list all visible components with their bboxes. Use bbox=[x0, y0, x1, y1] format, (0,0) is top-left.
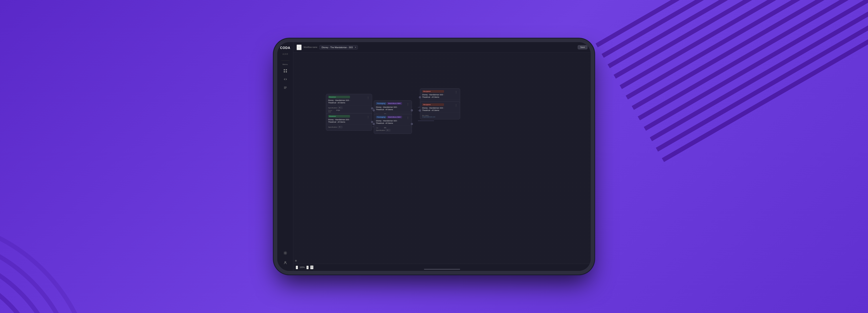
essence2-connector-right[interactable] bbox=[371, 121, 373, 123]
pkg1-connector-right[interactable] bbox=[411, 109, 413, 111]
essence2-spec-btn[interactable]: ▾ bbox=[338, 126, 343, 128]
app-logo: CODA bbox=[280, 46, 290, 50]
essence-node-2: Essence Disney - Mandalorian S03 - Theat… bbox=[326, 113, 372, 131]
essence2-body: Specification ▾ bbox=[326, 125, 372, 131]
svg-rect-0 bbox=[284, 69, 285, 70]
essence1-spec-label: Specification bbox=[328, 107, 337, 109]
sidebar-icon-workflow[interactable] bbox=[282, 76, 289, 83]
rec2-email: recipient@mock.com bbox=[422, 116, 458, 117]
svg-rect-10 bbox=[312, 266, 313, 267]
pkg2-menu-btn[interactable]: ⋮ bbox=[406, 116, 410, 120]
topbar: ‹ Workflow name Disney - The Mandalorian… bbox=[293, 42, 591, 53]
svg-rect-11 bbox=[311, 267, 312, 268]
rec2-menu-btn[interactable]: ⋮ bbox=[454, 103, 458, 107]
pkg2-badge1: Packaging bbox=[376, 116, 386, 118]
pkg2-connector-left[interactable] bbox=[373, 123, 375, 125]
sidebar-divider bbox=[281, 60, 289, 61]
rec2-user: Box Jakez bbox=[422, 115, 458, 116]
pkg2-badge2: Multi-Mono WAV bbox=[387, 116, 402, 118]
tablet: CODA v1.0.0 Menu bbox=[277, 42, 591, 271]
workflow-label: Workflow name bbox=[304, 46, 317, 48]
pkg1-badge2: Multi-Mono WAV bbox=[387, 102, 402, 105]
sidebar-icon-grid[interactable] bbox=[282, 67, 289, 74]
pkg2-connector-right[interactable] bbox=[411, 123, 413, 125]
pkg1-header: Packaging Multi-Mono WAV Disney - Mandal… bbox=[374, 101, 412, 112]
pkg1-badge1: Packaging bbox=[376, 102, 386, 105]
pkg2-title: Disney - Mandalorian S03 - Theatrical - … bbox=[376, 120, 402, 125]
essence1-header: Essence Disney - Mandalorian S03 - Theat… bbox=[326, 94, 372, 105]
packaging-node-2: Packaging Multi-Mono WAV Disney - Mandal… bbox=[374, 114, 412, 134]
svg-rect-1 bbox=[286, 69, 287, 70]
svg-rect-12 bbox=[312, 267, 313, 268]
sidebar-icon-settings[interactable] bbox=[282, 249, 289, 256]
workflow-selector-value: Disney - The Mandalorian - S03 bbox=[321, 46, 352, 48]
save-button[interactable]: Save bbox=[578, 45, 588, 49]
essence2-spec-label: Specification bbox=[328, 126, 337, 128]
rec2-body: Box Jakez recipient@mock.com bbox=[420, 113, 460, 119]
pkg2-body: UId 321 Specification ▾ bbox=[374, 126, 412, 134]
canvas-area: Essence Disney - Mandalorian S03 - Theat… bbox=[293, 53, 591, 264]
sidebar-icon-list[interactable] bbox=[282, 84, 289, 91]
pkg2-spec-btn[interactable]: ▾ bbox=[386, 129, 391, 131]
zoom-value: 100% bbox=[300, 266, 305, 269]
pkg2-header: Packaging Multi-Mono WAV Disney - Mandal… bbox=[374, 114, 412, 126]
essence1-framerate-label: Frame Rate bbox=[328, 110, 335, 112]
pkg1-title: Disney - Mandalorian S03 - Theatrical - … bbox=[376, 106, 402, 111]
essence1-spec-btn[interactable]: ▾ bbox=[338, 107, 343, 109]
pkg2-spec-label: Specification bbox=[376, 130, 385, 131]
essence1-menu-btn[interactable]: ⋮ bbox=[366, 96, 370, 100]
zoom-plus-button[interactable]: + bbox=[306, 266, 309, 269]
rec2-title: Disney - Mandalorian S03 - Theatrical - … bbox=[422, 107, 444, 111]
rec2-badge: Recipient bbox=[422, 103, 444, 106]
rec1-title: Disney - Mandalorian S03 - Theatrical - … bbox=[422, 94, 444, 98]
essence1-title: Disney - Mandalorian S03 - Theatrical - … bbox=[328, 99, 350, 104]
sidebar: CODA v1.0.0 Menu bbox=[277, 42, 293, 271]
essence1-framerate-value: 23 fps bbox=[336, 110, 370, 111]
app-version: v1.0.0 bbox=[282, 53, 288, 55]
back-button[interactable]: ‹ bbox=[297, 44, 302, 50]
svg-point-7 bbox=[285, 252, 286, 254]
rec2-header: Recipient Disney - Mandalorian S03 - The… bbox=[420, 102, 460, 113]
pkg1-connector-left[interactable] bbox=[373, 109, 375, 111]
bottombar: − 100% + bbox=[293, 264, 591, 271]
sidebar-menu-label: Menu bbox=[282, 63, 288, 65]
zoom-minus-button[interactable]: − bbox=[296, 266, 298, 269]
expand-button[interactable]: ⊞ bbox=[295, 259, 297, 262]
essence1-connector-right[interactable] bbox=[371, 107, 373, 109]
svg-rect-3 bbox=[286, 71, 287, 72]
rec1-menu-btn[interactable]: ⋮ bbox=[454, 90, 458, 94]
essence2-header: Essence Disney - Mandalorian S03 - Theat… bbox=[326, 113, 372, 125]
pkg2-id-value: 321 bbox=[384, 127, 410, 129]
recipient-node-2: Recipient Disney - Mandalorian S03 - The… bbox=[420, 102, 460, 119]
essence2-menu-btn[interactable]: ⋮ bbox=[366, 115, 370, 119]
pkg2-id-label: UId bbox=[376, 127, 383, 129]
essence2-badge: Essence bbox=[328, 115, 350, 117]
essence2-title: Disney - Mandalorian S03 - Theatrical - … bbox=[328, 118, 350, 123]
rec1-header: Recipient Disney - Mandalorian S03 - The… bbox=[420, 89, 460, 100]
rec1-badge: Recipient bbox=[422, 90, 444, 93]
fit-button[interactable] bbox=[310, 266, 313, 269]
svg-point-8 bbox=[285, 262, 286, 263]
sidebar-icon-user[interactable] bbox=[282, 259, 289, 266]
rec1-connector-left[interactable] bbox=[419, 96, 421, 98]
pkg1-menu-btn[interactable]: ⋮ bbox=[406, 102, 410, 106]
svg-rect-2 bbox=[284, 71, 285, 72]
workflow-selector[interactable]: Disney - The Mandalorian - S03 bbox=[319, 45, 358, 49]
rec2-connector-left[interactable] bbox=[419, 110, 421, 111]
svg-rect-9 bbox=[311, 266, 312, 267]
essence1-badge: Essence bbox=[328, 96, 350, 98]
scroll-indicator bbox=[424, 269, 460, 270]
connection-lines bbox=[293, 53, 591, 264]
